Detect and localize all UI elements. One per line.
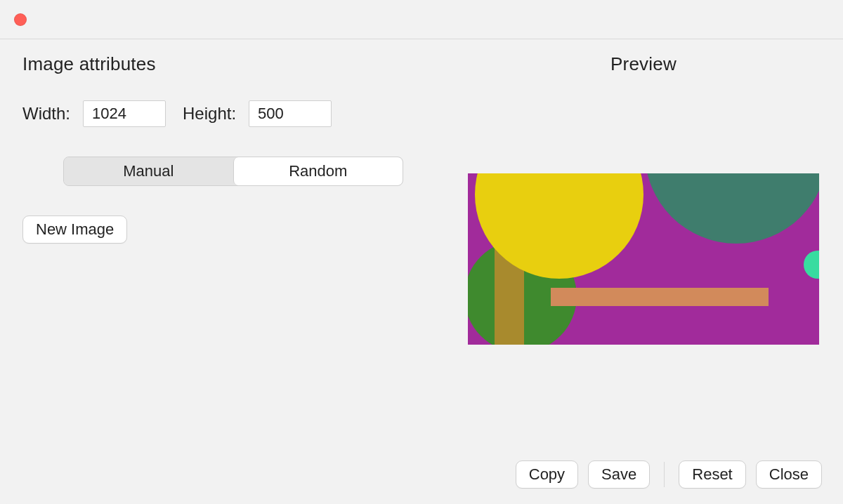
close-button[interactable]: Close [756,460,822,489]
save-button[interactable]: Save [588,460,650,489]
titlebar [0,0,843,39]
reset-button[interactable]: Reset [679,460,745,489]
new-image-row: New Image [22,215,444,244]
content-area: Image attributes Width: Height: Manual R… [0,39,843,455]
preview-panel: Preview [466,53,821,455]
new-image-button[interactable]: New Image [22,215,127,244]
width-input[interactable] [83,100,166,127]
mode-segmented-wrap: Manual Random [22,157,444,186]
mode-manual[interactable]: Manual [64,157,233,185]
footer-toolbar: Copy Save Reset Close [0,455,843,504]
height-label: Height: [183,104,236,124]
preview-shape-rect-orange [551,288,769,306]
dimensions-row: Width: Height: [22,100,444,127]
mode-random[interactable]: Random [233,157,403,185]
preview-title: Preview [610,53,677,75]
preview-canvas [468,173,819,345]
width-label: Width: [22,104,70,124]
dialog-window: Image attributes Width: Height: Manual R… [0,0,843,504]
attributes-title: Image attributes [22,53,444,75]
window-close-icon[interactable] [14,13,27,26]
mode-segmented: Manual Random [63,157,403,186]
height-input[interactable] [249,100,332,127]
copy-button[interactable]: Copy [516,460,578,489]
footer-separator [664,462,665,487]
attributes-panel: Image attributes Width: Height: Manual R… [22,53,444,455]
